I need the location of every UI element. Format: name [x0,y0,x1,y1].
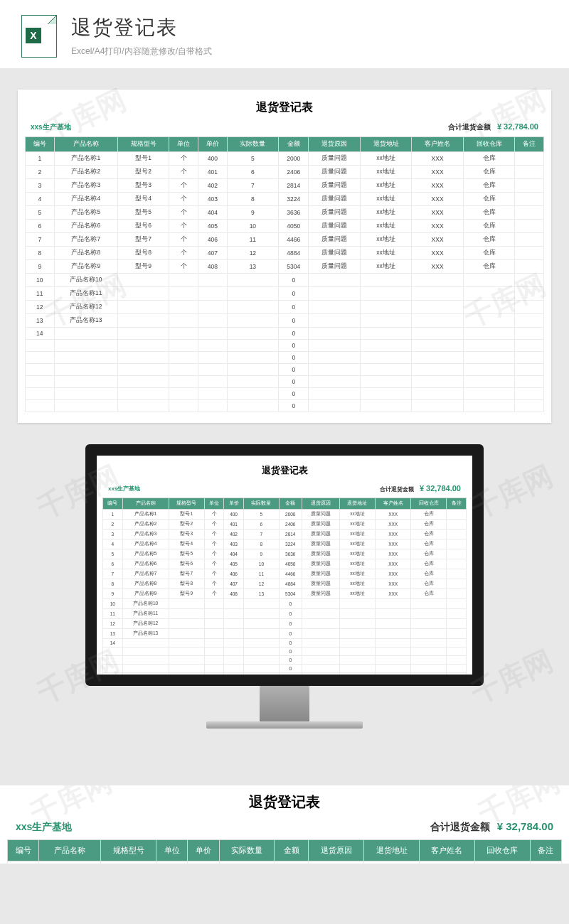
cell-no: 13 [103,629,123,639]
cell-wh [463,274,514,287]
cell-price: 401 [224,520,244,530]
cell-spec: 型号4 [169,539,204,549]
cell-cust: XXX [412,233,463,247]
cell-reason: 质量问题 [309,152,360,166]
cell-cust [412,364,463,376]
cell-qty [227,364,278,376]
cell-remark [515,260,544,274]
cell-reason: 质量问题 [309,166,360,179]
cell-cust: XXX [412,247,463,260]
table-row: 10产品名称100 [26,274,544,287]
column-header: 金额 [279,137,309,152]
column-header: 备注 [447,498,467,510]
cell-reason [309,287,360,301]
cell-reason: 质量问题 [302,520,339,530]
cell-remark [447,520,467,530]
table-row: 0 [103,656,467,665]
table-row: 6产品名称6型号6个405104050质量问题xx地址XXX仓库 [26,220,544,233]
cell-qty [243,648,279,656]
spreadsheet-preview: 退货登记表 xxs生产基地 合计退货金额 ¥ 32,784.00 编号产品名称规… [18,90,551,423]
cell-wh: 仓库 [411,510,447,520]
cell-unit [169,376,198,388]
cell-remark [447,599,467,609]
cell-unit: 个 [169,193,198,206]
total-amount: ¥ 32,784.00 [497,122,538,131]
column-header: 实际数量 [243,498,279,510]
cell-amount: 0 [279,301,309,314]
cell-addr [360,364,411,376]
column-header: 产品名称 [54,137,117,152]
cell-name [54,352,117,364]
cell-name: 产品名称6 [122,559,169,569]
cell-addr [339,619,375,629]
column-header: 客户姓名 [420,840,475,861]
cell-remark [515,274,544,287]
cell-addr: xx地址 [339,569,375,579]
table-row: 8产品名称8型号8个407124884质量问题xx地址XXX仓库 [26,247,544,260]
cell-remark [447,673,467,675]
cell-cust [376,599,411,609]
cell-price: 401 [198,166,227,179]
cell-qty: 7 [243,530,279,539]
column-header: 退货地址 [364,840,420,861]
column-header: 退货原因 [309,840,364,861]
cell-qty: 9 [227,206,278,220]
cell-reason: 质量问题 [302,549,339,559]
cell-addr: xx地址 [360,179,411,193]
cell-unit [204,629,224,639]
cell-remark [515,388,544,400]
cell-wh [463,388,514,400]
cell-no: 5 [26,206,55,220]
cell-qty [227,376,278,388]
cell-no: 8 [26,247,55,260]
column-header: 规格型号 [117,137,169,152]
table-header-row: 编号产品名称规格型号单位单价实际数量金额退货原因退货地址客户姓名回收仓库备注 [103,498,467,510]
cell-no [103,656,123,665]
cell-amount: 0 [280,619,302,629]
cell-addr: xx地址 [360,152,411,166]
column-header: 规格型号 [169,498,204,510]
cell-amount: 3636 [279,206,309,220]
column-header: 客户姓名 [412,137,463,152]
cell-addr: xx地址 [360,247,411,260]
cell-cust [412,340,463,352]
cell-qty: 11 [243,569,279,579]
cell-no: 3 [26,179,55,193]
cell-cust [376,648,411,656]
cell-unit: 个 [169,233,198,247]
cell-unit: 个 [204,530,224,539]
cell-spec: 型号1 [117,152,169,166]
cell-unit [204,648,224,656]
cell-addr: xx地址 [339,549,375,559]
cell-amount: 4050 [279,220,309,233]
cell-name: 产品名称1 [39,861,101,864]
cell-wh [463,376,514,388]
cell-price [224,665,244,673]
cell-remark [447,589,467,599]
cell-price [198,274,227,287]
column-header: 编号 [103,498,123,510]
cell-price: 402 [224,530,244,539]
cell-cust: XXX [420,861,475,864]
cell-spec [117,388,169,400]
cell-spec [117,400,169,412]
preview-cropped: 千库网 千库网 退货登记表 xxs生产基地 合计退货金额 ¥ 32,784.00… [0,785,569,864]
column-header: 单价 [198,137,227,152]
cell-qty: 5 [227,152,278,166]
cell-wh: 仓库 [463,206,514,220]
cell-spec [169,619,204,629]
cell-cust: XXX [376,510,411,520]
cell-addr: xx地址 [360,206,411,220]
cell-remark [515,206,544,220]
cell-remark [447,579,467,589]
column-header: 单位 [169,137,198,152]
cell-qty [243,639,279,648]
cell-remark [447,656,467,665]
cell-name [122,673,169,675]
table-row: 4产品名称4型号4个40383224质量问题xx地址XXX仓库 [103,539,467,549]
cell-amount: 4466 [279,233,309,247]
cell-qty [227,314,278,328]
cell-amount: 0 [280,609,302,619]
cell-amount: 2406 [279,166,309,179]
cell-cust: XXX [376,549,411,559]
